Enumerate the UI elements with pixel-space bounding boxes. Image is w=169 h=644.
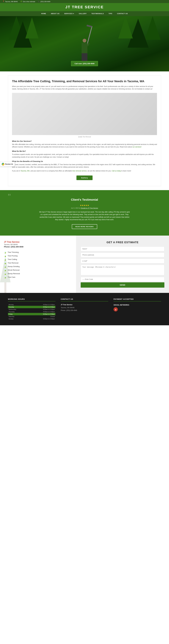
location-item: 📍 Tacoma, WA 98445 (3, 1, 18, 2)
day-monday: Monday (8, 304, 27, 306)
phone-icon: 📞 (38, 1, 40, 2)
hours-saturday: Saturday Closed (8, 315, 55, 318)
review-meta: Jun 6, 2024 by Donald on JT Tree Service (8, 207, 161, 209)
testimonial-text: We had JT Tree Service remove 2 large ma… (38, 211, 131, 221)
location-text: Tacoma, WA 98445 (5, 1, 18, 2)
company-city: Tacoma, WA 98446 (4, 244, 72, 246)
tacoma-link[interactable]: Tacoma, WA (21, 170, 30, 172)
form-panel: GET A FREE ESTIMATE SEND (76, 236, 169, 293)
estimate-item[interactable]: 🌿 Get a free estimate (20, 1, 35, 2)
site-header: JT TREE SERVICE (0, 3, 169, 11)
read-more-reviews-button[interactable]: READ MORE REVIEWS (72, 224, 97, 229)
services-list: 🍃 Tree Trimming 🍃 Tree Pruning 🍃 Tree Cu… (4, 250, 72, 279)
time-saturday: Closed (27, 315, 55, 318)
page-title: The Affordable Tree Cutting, Trimming, a… (12, 80, 157, 83)
footer-company-name: JT Tree Service (61, 304, 108, 306)
main-content-wrapper: The Affordable Tree Cutting, Trimming, a… (8, 75, 161, 186)
section-text-1: We offer affordable tree cutting, trimmi… (12, 143, 157, 148)
email-input[interactable] (81, 259, 164, 263)
estimate-link[interactable]: Get a free estimate (23, 1, 35, 2)
form-title: GET A FREE ESTIMATE (81, 241, 164, 244)
phone-input[interactable] (81, 252, 164, 257)
intro-text: When you want your trees to be properly … (12, 85, 157, 90)
site-title: JT TREE SERVICE (3, 5, 166, 9)
phone-item[interactable]: 📞 (253) 209-4949 (38, 1, 50, 2)
leaf-icon-3: 🍃 (4, 258, 7, 260)
footer-company-address: Tacoma, WA 98446 (61, 306, 108, 309)
call-us-link[interactable]: Call us today (112, 170, 121, 172)
section-text-3: Licensed, insured, bonded, certified, an… (12, 163, 157, 168)
day-sunday: Sunday (8, 318, 27, 320)
nav-services[interactable]: SERVICES ▾ (62, 11, 77, 16)
nav-home[interactable]: HOME (39, 11, 49, 16)
nav-gallery[interactable]: GALLERY (76, 11, 89, 16)
leaf-icon-8: 🍃 (4, 276, 7, 278)
phone-link[interactable]: (253) 209-4949 (40, 1, 50, 2)
review-date: Jun 6, 2024 (71, 207, 79, 209)
tree-removal-link[interactable]: tree removal service (72, 170, 87, 172)
footer-contact-col: CONTACT US JT Tree Service Tacoma, WA 98… (61, 298, 108, 320)
leaf-icon-4: 🍃 (4, 262, 7, 264)
time-friday: 8:00am to 5:00pm (27, 313, 55, 315)
our-services-link[interactable]: our services! (132, 146, 141, 148)
star-rating: ★★★★★ (8, 204, 161, 206)
day-thursday: Thursday (8, 310, 27, 313)
review-us-button[interactable]: G Review Us (0, 162, 15, 167)
testimonial-section: " Client's Testimonial ★★★★★ Jun 6, 2024… (0, 190, 169, 236)
content-image (12, 93, 157, 135)
footer-contact-info: JT Tree Service Tacoma, WA 98446 Phone: … (61, 304, 108, 312)
leaf-icon-6: 🍃 (4, 269, 7, 271)
gallery-button[interactable]: Gallery (76, 176, 92, 180)
gallery-button-wrap: Gallery (12, 176, 157, 180)
company-info-content: JT Tree Service Tacoma, WA 98446 Phone: … (4, 241, 72, 279)
name-input[interactable] (81, 246, 164, 251)
hours-thursday: Thursday 8:00am to 5:00pm (8, 310, 55, 313)
quote-mark: " (8, 193, 11, 201)
nav-testimonials[interactable]: TESTIMONIALS (89, 11, 106, 16)
image-caption: Quality Tree Removal (12, 136, 157, 138)
reviewer-link[interactable]: Donald on JT Tree Service (81, 207, 98, 209)
leaf-icon-5: 🍃 (4, 265, 7, 268)
service-shrub-removal: 🍃 Shrub Removal (4, 268, 72, 272)
hours-tuesday: Tuesday 8:00am to 5:00pm (8, 306, 55, 308)
nav-tips[interactable]: TIPS (106, 11, 115, 16)
footer-payment-col: PAYMENT ACCEPTED SOCIAL NETWORKS g (114, 298, 161, 320)
social-icons: g (114, 307, 161, 312)
hours-sunday: Sunday 8:00am to 5:00pm (8, 318, 55, 320)
leaf-icon-7: 🍃 (4, 272, 7, 275)
company-phone: Phone: (253) 209-4949 (4, 246, 72, 248)
section-heading-2: What Do We Do? (12, 150, 157, 152)
code-input[interactable] (81, 277, 164, 282)
service-tree-pruning: 🍃 Tree Pruning (4, 254, 72, 258)
google-icon: G (2, 163, 4, 166)
hero-figure (71, 25, 98, 62)
nav-contact[interactable]: CONTACT US (115, 11, 130, 16)
leaf-icon-2: 🍃 (4, 254, 7, 257)
service-tree-trimming: 🍃 Tree Trimming (4, 250, 72, 254)
section-text-2: To achieve superb results, we use top-gr… (12, 153, 157, 158)
time-tuesday: 8:00am to 5:00pm (27, 306, 55, 308)
footer-payment-title: PAYMENT ACCEPTED (114, 298, 161, 302)
service-tree-removal: 🍃 Tree Removal (4, 261, 72, 265)
service-tree-care: 🍃 Tree Care (4, 275, 72, 279)
service-tree-cutting: 🍃 Tree Cutting (4, 258, 72, 261)
send-button[interactable]: SEND (81, 282, 164, 288)
testimonial-title: Client's Testimonial (8, 198, 161, 202)
message-input[interactable] (81, 265, 164, 275)
google-social-icon[interactable]: g (114, 307, 118, 312)
footer-company-phone: Phone: (253) 209-4949 (61, 309, 108, 312)
service-stump-removal: 🍃 Stump Removal (4, 272, 72, 275)
footer: WORKING HOURS Monday 8:00am to 5:00pm Tu… (0, 293, 169, 325)
hero-section: Call now: (253) 209-4949 (0, 16, 169, 72)
day-tuesday: Tuesday (8, 306, 27, 308)
company-name: JT Tree Service (4, 241, 72, 243)
time-thursday: 8:00am to 5:00pm (27, 310, 55, 313)
hero-cta-button[interactable]: Call now: (253) 209-4949 (71, 61, 98, 66)
location-icon: 📍 (3, 1, 5, 2)
leaf-icon: 🌿 (20, 1, 22, 2)
footer-hours-col: WORKING HOURS Monday 8:00am to 5:00pm Tu… (8, 298, 55, 320)
section-text-3b: If you are in Tacoma, WA, and you want t… (12, 170, 157, 172)
hours-monday: Monday 8:00am to 5:00pm (8, 304, 55, 306)
nav-about[interactable]: ABOUT US (49, 11, 62, 16)
leaf-icon-1: 🍃 (4, 251, 7, 254)
